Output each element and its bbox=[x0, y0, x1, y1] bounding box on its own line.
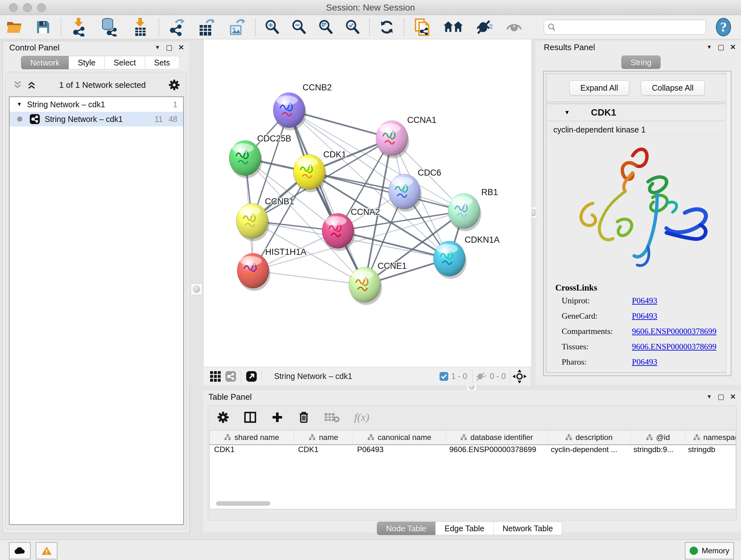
network-collection-row[interactable]: ▼ String Network – cdk1 1 bbox=[10, 97, 183, 112]
collapse-all-networks-icon[interactable] bbox=[27, 80, 37, 90]
zoom-in-button[interactable] bbox=[259, 18, 286, 36]
column-header-name[interactable]: name bbox=[294, 430, 353, 444]
network-node-cdc6[interactable]: CDC6 bbox=[388, 168, 441, 212]
close-panel-icon[interactable]: ✕ bbox=[179, 44, 184, 52]
crosslink-link[interactable]: 9606.ENSP00000378699 bbox=[632, 342, 717, 352]
results-scrollbar[interactable] bbox=[726, 71, 730, 374]
zoom-out-icon bbox=[291, 19, 307, 35]
birds-eye-view-icon[interactable] bbox=[513, 369, 527, 383]
collapse-panel-icon[interactable]: ▼ bbox=[155, 44, 160, 51]
close-panel-icon[interactable]: ✕ bbox=[730, 393, 736, 401]
tab-sets[interactable]: Sets bbox=[145, 56, 179, 69]
tab-style[interactable]: Style bbox=[69, 56, 105, 69]
delete-column-trash-icon[interactable] bbox=[298, 411, 310, 424]
left-splitter[interactable] bbox=[189, 39, 203, 385]
warnings-button[interactable] bbox=[36, 542, 57, 559]
help-button[interactable]: ? bbox=[706, 18, 741, 36]
crosslink-row: Compartments:9606.ENSP00000378699 bbox=[562, 327, 728, 336]
tab-string[interactable]: String bbox=[621, 56, 661, 69]
eye-slash-icon bbox=[476, 20, 494, 35]
network-node-rb1[interactable]: RB1 bbox=[448, 187, 498, 231]
cdk1-section-header[interactable]: ▼ CDK1 bbox=[546, 104, 728, 121]
network-node-ccna1[interactable]: CCNA1 bbox=[376, 115, 436, 159]
refresh-button[interactable] bbox=[373, 18, 401, 36]
show-all-button[interactable] bbox=[499, 18, 529, 36]
crosslink-link[interactable]: P06493 bbox=[632, 311, 657, 321]
selected-checkbox-icon[interactable] bbox=[439, 372, 449, 381]
table-horizontal-scrollbar[interactable] bbox=[216, 501, 270, 506]
float-panel-icon[interactable]: ▢ bbox=[718, 393, 724, 401]
import-network-database-button[interactable] bbox=[93, 18, 125, 36]
table-cell[interactable]: CDK1 bbox=[210, 445, 293, 459]
table-options-gear-icon[interactable] bbox=[217, 411, 229, 423]
network-view-canvas[interactable]: CCNB2CCNA1CDC25BCDK1CDC6RB1CCNB1CCNA2CDK… bbox=[203, 39, 532, 367]
zoom-out-button[interactable] bbox=[286, 18, 313, 36]
collapse-panel-icon[interactable]: ▼ bbox=[706, 44, 712, 51]
network-graph[interactable]: CCNB2CCNA1CDC25BCDK1CDC6RB1CCNB1CCNA2CDK… bbox=[204, 39, 531, 367]
column-header-database-identifier[interactable]: database identifier bbox=[446, 430, 548, 444]
table-row[interactable]: CDK1CDK1P064939606.ENSP00000378699cyclin… bbox=[210, 445, 736, 459]
open-session-button[interactable] bbox=[0, 18, 29, 36]
table-cell[interactable]: CDK1 bbox=[293, 445, 353, 459]
table-cell[interactable]: stringdb:9... bbox=[629, 445, 684, 459]
network-row-selected[interactable]: String Network – cdk1 11 48 bbox=[10, 112, 183, 126]
column-header--id[interactable]: @id bbox=[630, 430, 685, 444]
expand-all-button[interactable]: Expand All bbox=[569, 80, 629, 96]
collapse-panel-icon[interactable]: ▼ bbox=[706, 394, 712, 400]
expand-all-networks-icon[interactable] bbox=[13, 80, 22, 90]
export-network-button[interactable] bbox=[162, 18, 191, 36]
zoom-fit-button[interactable] bbox=[313, 18, 339, 36]
add-column-icon[interactable] bbox=[271, 411, 283, 423]
crosslink-link[interactable]: P06493 bbox=[632, 296, 657, 306]
crosslink-label: Pharos: bbox=[562, 357, 632, 367]
network-node-ccnb1[interactable]: CCNB1 bbox=[236, 197, 294, 241]
network-node-cdkn1a[interactable]: CDKN1A bbox=[433, 235, 500, 279]
table-cell[interactable]: 9606.ENSP00000378699 bbox=[445, 445, 546, 459]
network-edge[interactable] bbox=[309, 172, 464, 211]
export-table-button[interactable] bbox=[191, 18, 221, 36]
tab-edge-table[interactable]: Edge Table bbox=[435, 522, 494, 535]
import-network-file-button[interactable] bbox=[64, 18, 93, 36]
left-splitter-handle[interactable] bbox=[191, 284, 202, 295]
network-options-gear-icon[interactable] bbox=[169, 79, 180, 91]
close-panel-icon[interactable]: ✕ bbox=[730, 43, 736, 51]
crosslink-link[interactable]: 9606.ENSP00000378699 bbox=[632, 327, 717, 336]
float-panel-icon[interactable]: ▢ bbox=[718, 43, 724, 51]
collapse-all-button[interactable]: Collapse All bbox=[641, 80, 705, 96]
import-table-file-button[interactable] bbox=[125, 18, 155, 36]
save-session-button[interactable] bbox=[29, 18, 57, 36]
search-input[interactable] bbox=[556, 22, 691, 32]
cloud-status-button[interactable] bbox=[9, 542, 30, 559]
network-node-cdc25b[interactable]: CDC25B bbox=[229, 134, 291, 178]
table-cell[interactable]: stringdb bbox=[684, 445, 736, 459]
node-label: CDKN1A bbox=[465, 235, 500, 245]
column-header-shared-name[interactable]: shared name bbox=[210, 430, 294, 444]
tab-select[interactable]: Select bbox=[105, 56, 145, 69]
table-cell[interactable]: cyclin-dependent ... bbox=[546, 445, 629, 459]
network-thumbnail-icon[interactable] bbox=[225, 371, 237, 382]
network-node-ccnb2[interactable]: CCNB2 bbox=[273, 83, 332, 130]
network-node-hist1h1a[interactable]: HIST1H1A bbox=[237, 247, 307, 291]
collection-expand-icon[interactable]: ▼ bbox=[17, 101, 22, 108]
grid-view-icon[interactable] bbox=[210, 371, 221, 382]
section-expand-icon[interactable]: ▼ bbox=[564, 109, 570, 116]
column-header-canonical-name[interactable]: canonical name bbox=[353, 430, 446, 444]
hide-selected-button[interactable] bbox=[470, 18, 499, 36]
zoom-selected-button[interactable] bbox=[339, 18, 366, 36]
memory-button[interactable]: Memory bbox=[685, 542, 734, 559]
crosslink-link[interactable]: P06493 bbox=[632, 357, 657, 367]
search-field[interactable] bbox=[544, 20, 706, 35]
tab-network[interactable]: Network bbox=[21, 56, 69, 69]
column-header-namespac[interactable]: namespac bbox=[685, 430, 736, 444]
first-neighbors-button[interactable] bbox=[437, 18, 470, 36]
clone-network-button[interactable] bbox=[408, 18, 437, 36]
detach-view-icon[interactable] bbox=[246, 371, 257, 382]
show-columns-icon[interactable] bbox=[244, 411, 257, 423]
network-node-cdk1[interactable]: CDK1 bbox=[293, 150, 346, 192]
tab-network-table[interactable]: Network Table bbox=[493, 522, 562, 535]
column-header-description[interactable]: description bbox=[548, 430, 630, 444]
float-panel-icon[interactable]: ▢ bbox=[166, 44, 173, 52]
export-image-button[interactable] bbox=[221, 18, 252, 36]
tab-node-table[interactable]: Node Table bbox=[377, 522, 435, 535]
table-cell[interactable]: P06493 bbox=[353, 445, 445, 459]
